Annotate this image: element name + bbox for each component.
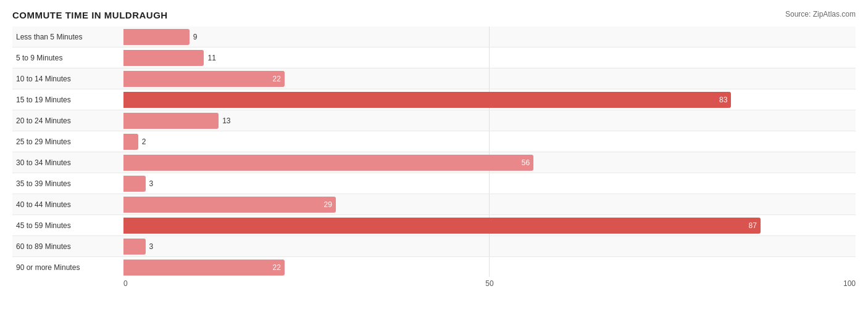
bar-track: 87 xyxy=(123,215,856,235)
bar-fill xyxy=(123,239,146,255)
bar-row: 90 or more Minutes22 xyxy=(12,257,856,277)
bar-value: 9 xyxy=(193,33,198,41)
bar-fill: 56 xyxy=(123,155,533,171)
bar-row: 60 to 89 Minutes3 xyxy=(12,236,856,257)
bar-fill: 83 xyxy=(123,92,731,108)
chart-source: Source: ZipAtlas.com xyxy=(785,10,856,18)
chart-header: COMMUTE TIME IN MULDRAUGH Source: ZipAtl… xyxy=(12,10,856,20)
bar-track: 3 xyxy=(123,173,856,194)
x-axis-row: 0 50 100 xyxy=(123,279,856,288)
bar-row: 30 to 34 Minutes56 xyxy=(12,152,856,173)
bar-row: 35 to 39 Minutes3 xyxy=(12,173,856,194)
bar-label: 60 to 89 Minutes xyxy=(12,242,123,251)
bar-label: 25 to 29 Minutes xyxy=(12,137,123,146)
x-axis-tick-50: 50 xyxy=(367,279,611,288)
bar-row: Less than 5 Minutes9 xyxy=(12,27,856,47)
bar-row: 40 to 44 Minutes29 xyxy=(12,194,856,215)
bar-value: 3 xyxy=(149,179,154,188)
bar-label: Less than 5 Minutes xyxy=(12,33,123,41)
bar-label: 5 to 9 Minutes xyxy=(12,54,123,62)
chart-container: COMMUTE TIME IN MULDRAUGH Source: ZipAtl… xyxy=(0,0,868,323)
bar-track: 22 xyxy=(123,257,856,277)
bar-track: 22 xyxy=(123,68,856,89)
bar-fill xyxy=(123,113,219,129)
bar-fill: 22 xyxy=(123,260,285,276)
bar-row: 5 to 9 Minutes11 xyxy=(12,47,856,68)
bar-fill xyxy=(123,134,138,150)
bar-value-inside: 22 xyxy=(273,263,281,272)
bar-label: 20 to 24 Minutes xyxy=(12,117,123,125)
bars-wrapper: Less than 5 Minutes95 to 9 Minutes1110 t… xyxy=(12,27,856,277)
bar-track: 2 xyxy=(123,131,856,152)
bar-value: 13 xyxy=(222,117,230,125)
bar-fill xyxy=(123,50,204,66)
bar-row: 45 to 59 Minutes87 xyxy=(12,215,856,236)
bar-value: 11 xyxy=(207,54,215,62)
bar-track: 13 xyxy=(123,110,856,131)
x-axis-tick-0: 0 xyxy=(123,279,367,288)
bar-value-inside: 29 xyxy=(324,200,332,209)
bar-value-inside: 87 xyxy=(748,221,756,230)
bar-label: 90 or more Minutes xyxy=(12,263,123,272)
bar-track: 56 xyxy=(123,152,856,173)
bar-label: 35 to 39 Minutes xyxy=(12,179,123,188)
bar-row: 20 to 24 Minutes13 xyxy=(12,110,856,131)
bar-fill xyxy=(123,29,190,45)
x-axis-tick-100: 100 xyxy=(612,279,856,288)
bar-value-inside: 22 xyxy=(273,75,281,83)
bar-value-inside: 56 xyxy=(522,158,530,167)
bar-fill: 29 xyxy=(123,197,336,213)
bar-value: 2 xyxy=(142,137,146,146)
bar-value: 3 xyxy=(149,242,154,251)
bar-label: 45 to 59 Minutes xyxy=(12,221,123,230)
bar-track: 29 xyxy=(123,194,856,215)
bar-label: 40 to 44 Minutes xyxy=(12,200,123,209)
bar-fill: 87 xyxy=(123,218,761,234)
bar-value-inside: 83 xyxy=(719,96,727,104)
bar-label: 30 to 34 Minutes xyxy=(12,158,123,167)
bar-label: 15 to 19 Minutes xyxy=(12,96,123,104)
bar-row: 25 to 29 Minutes2 xyxy=(12,131,856,152)
bar-track: 11 xyxy=(123,47,856,68)
chart-body: Less than 5 Minutes95 to 9 Minutes1110 t… xyxy=(12,27,856,288)
bar-fill: 22 xyxy=(123,71,285,87)
bar-fill xyxy=(123,176,146,192)
bar-row: 15 to 19 Minutes83 xyxy=(12,89,856,110)
chart-title: COMMUTE TIME IN MULDRAUGH xyxy=(12,10,168,20)
bar-track: 3 xyxy=(123,236,856,256)
bar-row: 10 to 14 Minutes22 xyxy=(12,68,856,89)
bar-track: 9 xyxy=(123,27,856,47)
bar-track: 83 xyxy=(123,89,856,110)
bar-label: 10 to 14 Minutes xyxy=(12,75,123,83)
